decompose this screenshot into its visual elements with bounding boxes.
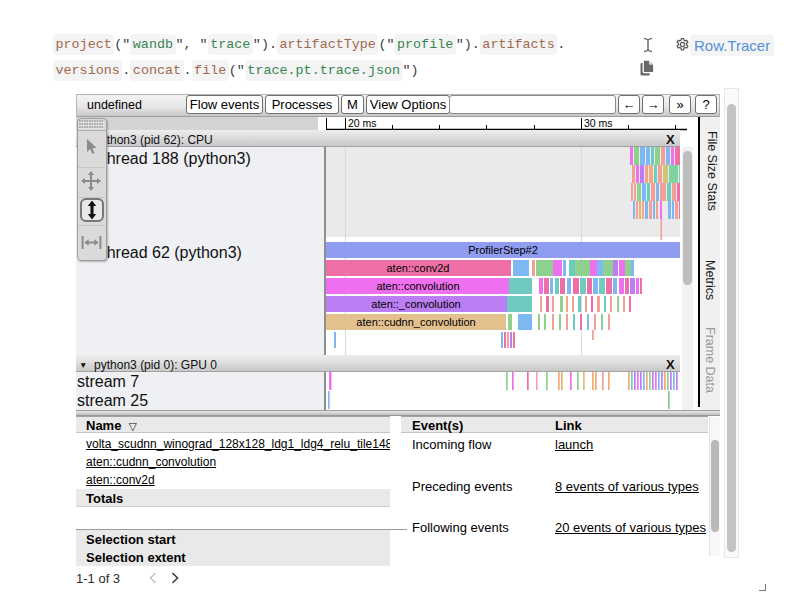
svg-text:aten::_convolution: aten::_convolution: [371, 298, 460, 310]
svg-text:30 ms: 30 ms: [584, 117, 613, 129]
svg-text:aten::convolution: aten::convolution: [376, 280, 459, 292]
svg-text:aten::cudnn_convolution: aten::cudnn_convolution: [356, 316, 475, 328]
svg-text:ProfilerStep#2: ProfilerStep#2: [468, 244, 538, 256]
svg-text:aten::conv2d: aten::conv2d: [387, 262, 450, 274]
svg-text:20 ms: 20 ms: [348, 117, 377, 129]
